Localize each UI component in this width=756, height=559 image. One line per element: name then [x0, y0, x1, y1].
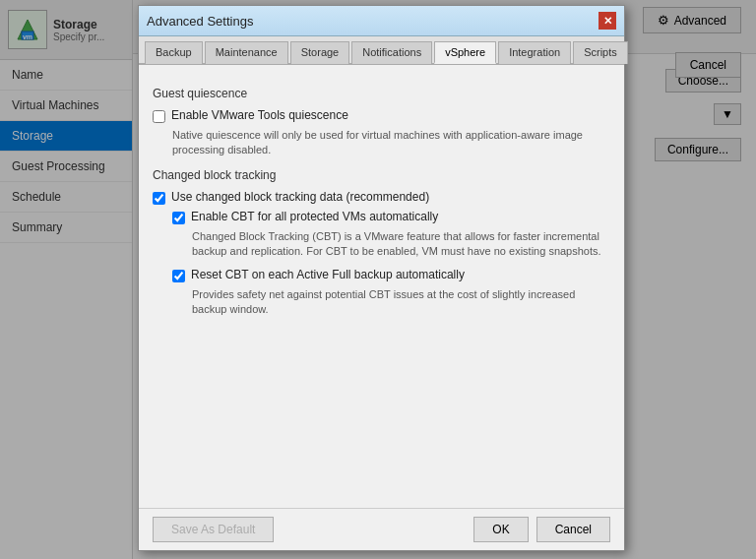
cbt-sub-section: Enable CBT for all protected VMs automat…	[172, 210, 610, 318]
reset-cbt-checkbox[interactable]	[172, 270, 185, 282]
dialog-titlebar: Advanced Settings ✕	[139, 6, 624, 36]
use-cbt-row: Use changed block tracking data (recomme…	[153, 190, 610, 205]
cancel-button[interactable]: Cancel	[536, 517, 610, 542]
enable-vmware-tools-checkbox[interactable]	[153, 110, 165, 123]
guest-quiescence-desc: Native quiescence will only be used for …	[172, 128, 610, 158]
advanced-settings-dialog: Advanced Settings ✕ Backup Maintenance S…	[138, 5, 625, 551]
tab-storage[interactable]: Storage	[290, 41, 350, 64]
reset-cbt-label[interactable]: Reset CBT on each Active Full backup aut…	[191, 268, 465, 281]
use-cbt-checkbox[interactable]	[153, 192, 165, 205]
reset-cbt-row: Reset CBT on each Active Full backup aut…	[172, 268, 610, 282]
guest-quiescence-label: Guest quiescence	[153, 87, 610, 100]
cbt-section-label: Changed block tracking	[153, 168, 610, 182]
tab-bar: Backup Maintenance Storage Notifications…	[139, 36, 624, 65]
tab-integration[interactable]: Integration	[498, 41, 571, 64]
enable-cbt-auto-row: Enable CBT for all protected VMs automat…	[172, 210, 610, 224]
tab-vsphere[interactable]: vSphere	[434, 41, 496, 64]
dialog-footer: Save As Default OK Cancel	[139, 508, 624, 550]
enable-cbt-auto-label[interactable]: Enable CBT for all protected VMs automat…	[191, 210, 438, 223]
ok-button[interactable]: OK	[473, 517, 528, 542]
guest-quiescence-section: Guest quiescence Enable VMware Tools qui…	[153, 87, 610, 158]
tab-maintenance[interactable]: Maintenance	[205, 41, 288, 64]
dialog-body: Guest quiescence Enable VMware Tools qui…	[139, 65, 624, 508]
tab-scripts[interactable]: Scripts	[573, 41, 628, 64]
footer-right: OK Cancel	[473, 517, 610, 542]
cbt-section: Changed block tracking Use changed block…	[153, 168, 610, 318]
enable-vmware-tools-row: Enable VMware Tools quiescence	[153, 108, 610, 123]
dialog-title: Advanced Settings	[147, 14, 253, 29]
enable-vmware-tools-label[interactable]: Enable VMware Tools quiescence	[171, 108, 348, 122]
enable-cbt-auto-checkbox[interactable]	[172, 212, 185, 224]
reset-cbt-desc: Provides safety net against potential CB…	[192, 287, 610, 318]
save-as-default-button[interactable]: Save As Default	[153, 517, 274, 542]
tab-notifications[interactable]: Notifications	[351, 41, 432, 64]
tab-backup[interactable]: Backup	[145, 41, 203, 64]
dialog-close-button[interactable]: ✕	[598, 12, 616, 30]
enable-cbt-auto-desc: Changed Block Tracking (CBT) is a VMware…	[192, 229, 610, 260]
footer-left: Save As Default	[153, 517, 274, 542]
use-cbt-label[interactable]: Use changed block tracking data (recomme…	[171, 190, 429, 204]
